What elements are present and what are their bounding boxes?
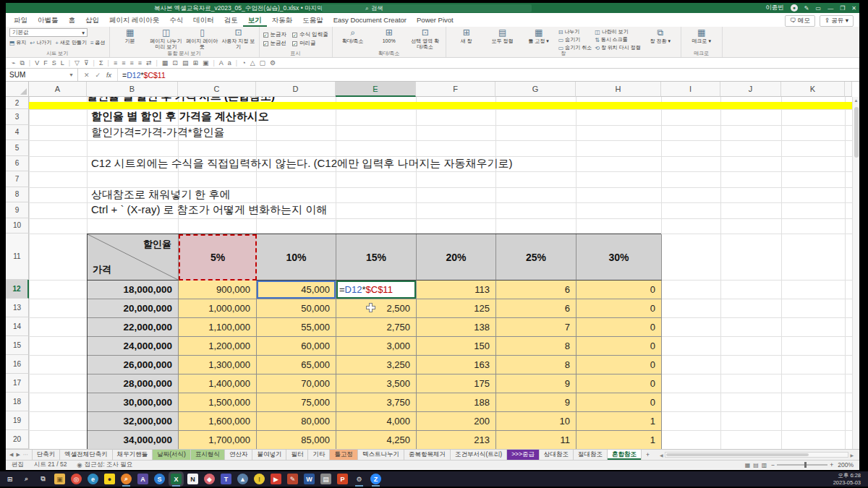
row-header-11[interactable]: 11	[6, 234, 29, 280]
enter-icon[interactable]: ✓	[95, 72, 101, 79]
cancel-icon[interactable]: ✕	[84, 72, 90, 79]
qat-icon-3[interactable]: V	[35, 59, 39, 67]
value-cell[interactable]: 0	[576, 318, 662, 337]
zoom-out-button[interactable]: −	[771, 461, 775, 468]
tab-자동화[interactable]: 자동화	[267, 13, 298, 27]
share-button[interactable]: ⇪ 공유 ▾	[820, 15, 854, 27]
value-cell[interactable]: 1,600,000	[179, 412, 257, 431]
sheet-tab-조건부서식(트리)[interactable]: 조건부서식(트리)	[451, 450, 507, 460]
tool-app-icon[interactable]: ✎	[287, 474, 298, 484]
value-cell[interactable]: 1,500,000	[179, 393, 257, 412]
column-header-J[interactable]: J	[720, 82, 781, 97]
value-cell[interactable]: 70,000	[257, 374, 336, 393]
price-cell[interactable]: 22,000,000	[88, 318, 179, 337]
tab-Power Pivot[interactable]: Power Pivot	[412, 13, 459, 27]
row-header-18[interactable]: 18	[6, 393, 29, 411]
value-cell[interactable]: 4,000	[336, 412, 417, 431]
hscroll-left-icon[interactable]: ◀	[658, 453, 665, 458]
printer-app-icon[interactable]: ▤	[320, 474, 331, 484]
qat-icon-17[interactable]: ⇄	[146, 59, 152, 67]
normal-view-icon[interactable]: ▦	[745, 462, 751, 468]
sheet-tab->>>중급[interactable]: >>>중급	[507, 450, 540, 460]
column-header-E[interactable]: E	[336, 82, 416, 97]
skype-icon[interactable]: S	[154, 474, 165, 484]
value-cell[interactable]: 50,000	[257, 299, 336, 318]
sheet-tab-텍스트나누기[interactable]: 텍스트나누기	[358, 450, 404, 460]
hscrollbar-thumb[interactable]	[666, 453, 809, 456]
value-cell[interactable]: 65,000	[257, 356, 336, 374]
row-header-12[interactable]: 12	[6, 280, 29, 299]
vertical-scrollbar[interactable]: ▲	[852, 97, 859, 449]
sheet-tab-단축키[interactable]: 단축키	[33, 450, 61, 460]
row-header-14[interactable]: 14	[6, 317, 29, 336]
value-cell[interactable]: 1,300,000	[179, 356, 257, 374]
row-header-16[interactable]: 16	[6, 355, 29, 374]
editing-cell[interactable]: =D12*$C$11	[336, 281, 417, 299]
header-cell-20%[interactable]: 20%	[417, 234, 496, 281]
value-cell[interactable]: 4,250	[336, 431, 417, 449]
column-header-D[interactable]: D	[256, 82, 336, 97]
qat-icon-31[interactable]: ⚙	[270, 59, 276, 67]
qat-icon-4[interactable]: F	[43, 59, 48, 67]
workbook-views-button[interactable]: ◫페이지 나누기 미리 보기	[150, 28, 183, 50]
zoom-in-button[interactable]: +	[830, 461, 833, 468]
tab-보기[interactable]: 보기	[243, 13, 267, 27]
accessibility-status[interactable]: ◉접근성: 조사 필요	[77, 461, 132, 469]
word-app-icon[interactable]: W	[304, 474, 315, 484]
sheet-view-dropdown[interactable]: 기본값▾	[9, 28, 88, 37]
qat-icon-20[interactable]: ⊡	[172, 59, 178, 67]
edge-icon[interactable]: e	[88, 474, 98, 484]
workbook-views-button[interactable]: ▦기본	[114, 28, 147, 44]
sheet-tab-중복항목제거[interactable]: 중복항목제거	[404, 450, 451, 460]
row-header-4[interactable]: 4	[6, 125, 29, 141]
tab-페이지 레이아웃[interactable]: 페이지 레이아웃	[104, 13, 164, 27]
value-cell[interactable]: 0	[576, 281, 662, 299]
value-cell[interactable]: 1	[576, 431, 662, 449]
qat-icon-1[interactable]: ⧉	[20, 59, 24, 67]
column-header-C[interactable]: C	[178, 82, 256, 97]
row-header-2[interactable]: 2	[6, 97, 29, 109]
sheet-tab-혼합참조[interactable]: 혼합참조	[608, 450, 642, 460]
qat-icon-16[interactable]: ≡	[138, 59, 142, 67]
avatar[interactable]: ●	[791, 4, 798, 12]
window-button[interactable]: ⊞새 창	[450, 28, 483, 44]
qat-icon-13[interactable]: ≡	[114, 59, 117, 67]
qat-icon-19[interactable]: ▦	[162, 59, 169, 67]
value-cell[interactable]: 10	[496, 412, 576, 431]
qat-icon-14[interactable]: ≡	[122, 59, 125, 67]
price-cell[interactable]: 28,000,000	[88, 374, 179, 393]
row-header-13[interactable]: 13	[6, 299, 29, 317]
qat-icon-6[interactable]: L	[61, 59, 64, 67]
page-break-view-icon[interactable]: ▥	[762, 462, 767, 468]
column-header-K[interactable]: K	[781, 82, 845, 97]
value-cell[interactable]: 6	[496, 299, 576, 318]
sheet-view-button[interactable]: ↩나가기	[30, 39, 52, 46]
value-cell[interactable]: 3,000	[336, 337, 417, 356]
excel-icon[interactable]: X	[171, 474, 182, 484]
value-cell[interactable]: 1,400,000	[179, 374, 257, 393]
idea-app-icon[interactable]: !	[254, 474, 265, 484]
taskbar-clock[interactable]: 오후 6:282023-05-03	[833, 472, 861, 487]
column-header-G[interactable]: G	[495, 82, 576, 97]
macros-button[interactable]: ▦매크로 ▾	[685, 28, 718, 44]
zoom-button[interactable]: ⌕확대/축소	[336, 28, 370, 44]
file-explorer-icon[interactable]: ▣	[54, 474, 65, 484]
insert-function-icon[interactable]: fx	[106, 72, 111, 79]
column-header-I[interactable]: I	[661, 82, 720, 97]
task-view-icon[interactable]: ⧉	[38, 474, 48, 484]
row-header-19[interactable]: 19	[6, 411, 29, 430]
window-button[interactable]: ⊟나누기	[558, 28, 592, 35]
sheet-view-button[interactable]: ⬒유지	[9, 39, 27, 46]
value-cell[interactable]: 7	[496, 318, 576, 337]
value-cell[interactable]: 3,500	[336, 374, 417, 393]
design-app-icon[interactable]: ◆	[204, 474, 215, 484]
checkbox-눈금자[interactable]: ✓눈금자	[263, 31, 287, 38]
sheet-tab-절대참조[interactable]: 절대참조	[574, 450, 608, 460]
qat-icon-30[interactable]: ▢	[260, 59, 266, 67]
tab-데이터[interactable]: 데이터	[188, 13, 219, 27]
ribbon-display-icon[interactable]: ▭	[816, 5, 822, 12]
sheet-tab-붙여넣기[interactable]: 붙여넣기	[252, 450, 286, 460]
window-button[interactable]: ▭숨기기	[558, 36, 592, 43]
price-cell[interactable]: 20,000,000	[88, 299, 179, 318]
row-header-8[interactable]: 8	[6, 187, 29, 203]
